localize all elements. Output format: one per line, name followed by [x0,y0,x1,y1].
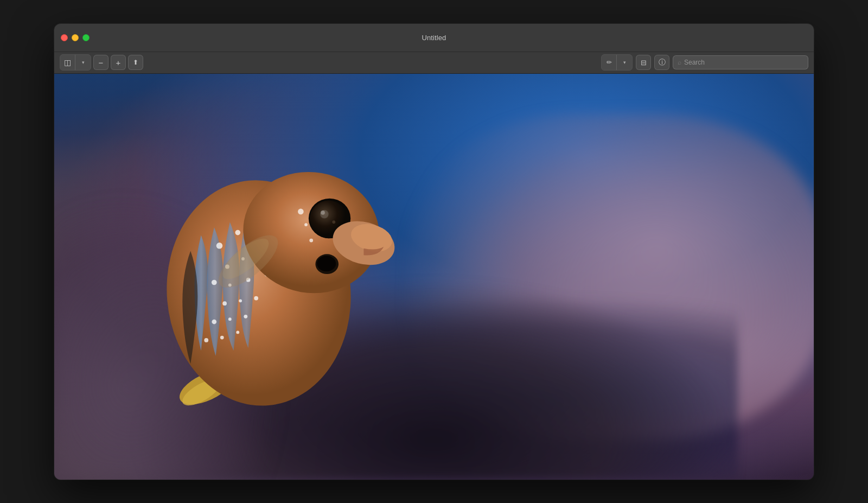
toolbar-right: ✏ ▾ ⊟ ⓘ ⌕ [601,54,808,71]
zoom-out-icon: − [99,58,104,67]
svg-point-17 [254,296,258,301]
close-button[interactable] [61,34,68,41]
annotate-button[interactable]: ✏ [602,55,617,70]
svg-point-43 [321,211,325,215]
window-title: Untitled [422,34,446,42]
traffic-lights [61,34,90,41]
search-icon: ⌕ [678,59,681,66]
svg-point-15 [222,302,227,306]
view-toggle-button[interactable]: ◫ [60,55,75,70]
svg-point-16 [239,300,242,303]
pencil-icon: ✏ [607,59,612,66]
svg-point-11 [212,280,217,285]
svg-point-19 [228,318,232,321]
zoom-in-icon: + [116,58,121,67]
svg-point-22 [220,336,224,340]
zoom-out-button[interactable]: − [93,55,108,70]
svg-point-46 [317,256,336,271]
search-box[interactable]: ⌕ [673,55,808,69]
toolbar-left: ◫ ▾ − + ⬆ [60,54,143,71]
image-area [54,74,814,480]
svg-point-21 [204,338,208,342]
annotate-group: ✏ ▾ [601,54,633,71]
copy-icon: ⊟ [641,59,646,67]
svg-point-23 [236,331,239,334]
share-icon: ⬆ [133,59,138,66]
info-icon: ⓘ [659,58,666,67]
svg-point-5 [235,230,240,235]
share-button[interactable]: ⬆ [128,55,143,70]
toolbar: ◫ ▾ − + ⬆ ✏ [54,52,814,74]
copy-button[interactable]: ⊟ [636,55,651,70]
view-chevron-button[interactable]: ▾ [75,55,91,70]
titlebar: Untitled [54,24,814,52]
info-button[interactable]: ⓘ [654,55,669,70]
chevron-down-icon: ▾ [82,60,85,65]
annotate-chevron-button[interactable]: ▾ [617,55,632,70]
svg-point-33 [304,223,308,226]
minimize-button[interactable] [72,34,79,41]
svg-point-4 [216,243,223,249]
svg-point-28 [298,209,304,215]
svg-point-37 [309,239,313,243]
search-input[interactable] [684,59,803,66]
maximize-button[interactable] [82,34,90,41]
svg-point-44 [332,221,335,224]
app-window: Untitled ◫ ▾ − + ⬆ [54,24,814,480]
view-toggle-group: ◫ ▾ [60,54,91,71]
zoom-in-button[interactable]: + [111,55,126,70]
svg-point-18 [212,320,216,324]
chevron-down-icon: ▾ [623,60,626,65]
fish-image [115,130,434,435]
sidebar-icon: ◫ [64,58,71,67]
svg-point-20 [244,315,247,319]
